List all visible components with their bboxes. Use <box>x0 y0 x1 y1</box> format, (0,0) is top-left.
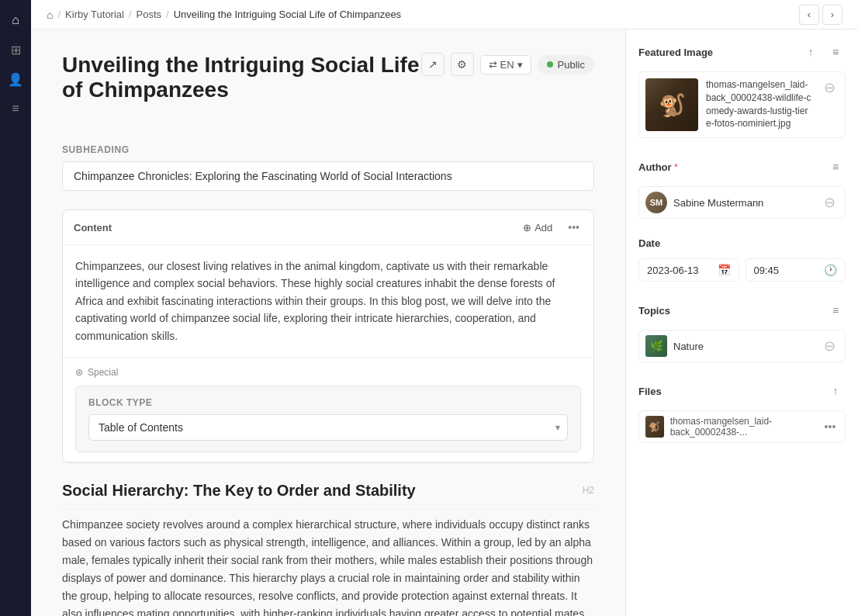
files-title: Files <box>638 386 662 397</box>
sidebar-item-users[interactable]: 👤 <box>3 67 28 92</box>
featured-image-actions: ↑ ≡ <box>801 42 846 62</box>
special-block: ⊛ Special Block Type Table of Contents G… <box>63 358 593 462</box>
topic-name: Nature <box>673 341 704 352</box>
app-layout: ⌂ ⊞ 👤 ≡ ⌂ / Kirby Tutorial / Posts / Unv… <box>0 0 858 616</box>
sidebar-item-pages[interactable]: ⊞ <box>3 37 28 62</box>
date-section: Date 2023-06-13 📅 09:45 🕐 <box>638 237 846 282</box>
topbar-forward-button[interactable]: › <box>822 5 842 25</box>
more-options-button[interactable]: ••• <box>565 218 583 237</box>
file-name: thomas-mangelsen_laid-back_00002438-... <box>670 416 822 438</box>
author-actions: ≡ <box>825 157 846 177</box>
clock-icon: 🕐 <box>824 264 837 276</box>
content-text: Chimpanzees, our closest living relative… <box>63 245 593 358</box>
breadcrumb-sep-3: / <box>166 9 169 20</box>
list-icon: ≡ <box>832 304 839 317</box>
breadcrumb-kirby[interactable]: Kirby Tutorial <box>65 9 124 20</box>
date-title: Date <box>638 237 660 249</box>
settings-button[interactable]: ⚙ <box>451 53 474 76</box>
content-block: Content ⊕ Add ••• Chimpanzees, our close… <box>62 209 594 463</box>
block-type-label: Block Type <box>88 397 568 408</box>
featured-image-thumbnail <box>645 78 698 131</box>
files-header: Files ↑ <box>638 381 846 401</box>
status-dot <box>547 61 553 67</box>
author-section: Author * ≡ SM Sabine Mustermann <box>638 157 846 219</box>
featured-image-title: Featured Image <box>638 47 713 58</box>
author-header: Author * ≡ <box>638 157 846 177</box>
sidebar-item-settings[interactable]: ≡ <box>3 96 28 121</box>
content-label: Content <box>74 222 112 234</box>
header-actions: ↗ ⚙ ⇄ EN ▾ Public <box>421 53 594 76</box>
editor-panel: Unveiling the Intriguing Social Life of … <box>31 29 625 616</box>
home-breadcrumb-icon[interactable]: ⌂ <box>47 9 53 21</box>
topbar-navigation: ‹ › <box>799 5 842 25</box>
time-value: 09:45 <box>754 265 818 276</box>
list-icon: ≡ <box>832 46 839 58</box>
time-field[interactable]: 09:45 🕐 <box>746 258 846 282</box>
author-list-button[interactable]: ≡ <box>825 157 846 177</box>
section-heading-1: Social Hierarchy: The Key to Order and S… <box>62 482 594 510</box>
date-row: 2023-06-13 📅 09:45 🕐 <box>638 258 846 282</box>
plus-icon: ⊕ <box>523 222 531 234</box>
language-label: EN <box>500 59 514 71</box>
files-section: Files ↑ thomas-mangelsen_laid-back_00002… <box>638 381 846 443</box>
external-link-button[interactable]: ↗ <box>421 53 445 76</box>
topbar-back-button[interactable]: ‹ <box>799 5 819 25</box>
add-content-button[interactable]: ⊕ Add <box>517 219 559 237</box>
topic-row: Nature ⊖ <box>638 330 846 362</box>
author-required: * <box>675 163 678 171</box>
content-block-actions: ⊕ Add ••• <box>517 218 583 237</box>
external-link-icon: ↗ <box>428 58 438 71</box>
topics-list-button[interactable]: ≡ <box>825 300 846 320</box>
sidebar-item-home[interactable]: ⌂ <box>3 8 28 33</box>
subheading-input[interactable] <box>62 161 594 191</box>
files-actions: ↑ <box>825 381 846 401</box>
author-row: SM Sabine Mustermann ⊖ <box>638 186 846 219</box>
files-upload-button[interactable]: ↑ <box>825 381 846 401</box>
topic-info: Nature <box>645 335 704 357</box>
featured-image-list-button[interactable]: ≡ <box>825 42 846 62</box>
author-title: Author * <box>638 161 678 173</box>
status-label: Public <box>558 59 585 71</box>
author-title-text: Author <box>638 161 672 173</box>
author-remove-button[interactable]: ⊖ <box>820 193 839 212</box>
subheading-field-group: Subheading <box>62 144 594 191</box>
page-header: Unveiling the Intriguing Social Life of … <box>62 53 594 126</box>
block-type-select-wrapper: Table of Contents Gallery Video Code Mar… <box>88 414 568 441</box>
breadcrumb-sep-2: / <box>129 9 132 20</box>
section-heading-1-text: Social Hierarchy: The Key to Order and S… <box>62 482 416 500</box>
special-inner: Block Type Table of Contents Gallery Vid… <box>75 386 581 452</box>
date-header: Date <box>638 237 846 249</box>
featured-image-upload-button[interactable]: ↑ <box>801 42 821 62</box>
author-avatar: SM <box>645 192 667 213</box>
topic-thumbnail <box>645 335 667 357</box>
topics-header: Topics ≡ <box>638 300 846 320</box>
language-button[interactable]: ⇄ EN ▾ <box>480 55 531 74</box>
file-more-button[interactable]: ••• <box>822 417 839 437</box>
featured-image-remove-button[interactable]: ⊖ <box>820 78 839 97</box>
author-name: Sabine Mustermann <box>673 197 763 209</box>
special-icon: ⊛ <box>75 367 83 378</box>
content-layout: Unveiling the Intriguing Social Life of … <box>31 29 858 616</box>
topics-section: Topics ≡ Nature ⊖ <box>638 300 846 362</box>
more-icon: ••• <box>825 420 836 433</box>
sidebar: ⌂ ⊞ 👤 ≡ <box>0 0 31 616</box>
topic-remove-button[interactable]: ⊖ <box>820 337 839 355</box>
upload-icon: ↑ <box>808 46 814 58</box>
status-badge[interactable]: Public <box>538 55 594 74</box>
block-type-select[interactable]: Table of Contents Gallery Video Code Mar… <box>88 414 568 441</box>
chevron-down-icon: ▾ <box>517 59 523 71</box>
file-info: thomas-mangelsen_laid-back_00002438-... <box>645 416 822 438</box>
featured-image-filename: thomas-mangelsen_laid-back_00002438-wild… <box>706 78 812 130</box>
file-row: thomas-mangelsen_laid-back_00002438-... … <box>638 410 846 443</box>
breadcrumb-posts[interactable]: Posts <box>137 9 162 20</box>
section-body-1: Chimpanzee society revolves around a com… <box>62 516 594 616</box>
topics-title: Topics <box>638 305 670 317</box>
topbar: ⌂ / Kirby Tutorial / Posts / Unveiling t… <box>31 0 858 29</box>
upload-icon: ↑ <box>833 385 839 397</box>
featured-image-info: thomas-mangelsen_laid-back_00002438-wild… <box>706 78 812 130</box>
breadcrumb-current: Unveiling the Intriguing Social Life of … <box>174 9 401 20</box>
date-field[interactable]: 2023-06-13 📅 <box>638 258 739 282</box>
featured-image-section: Featured Image ↑ ≡ t <box>638 42 846 138</box>
list-icon: ≡ <box>832 161 839 173</box>
content-block-header: Content ⊕ Add ••• <box>63 210 593 245</box>
